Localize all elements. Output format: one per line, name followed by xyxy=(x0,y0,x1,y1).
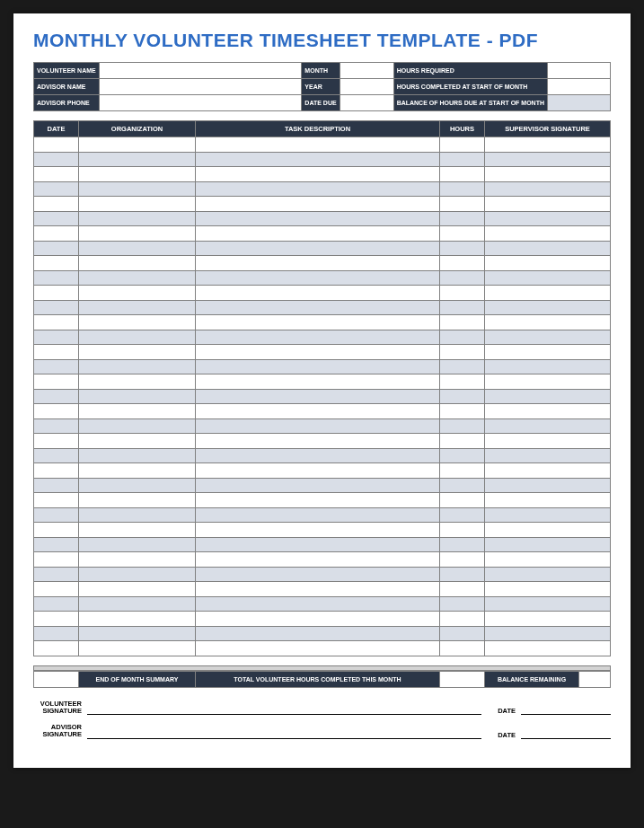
cell-date[interactable] xyxy=(34,389,79,404)
cell-organization[interactable] xyxy=(79,226,196,242)
cell-organization[interactable] xyxy=(79,537,196,552)
cell-signature[interactable] xyxy=(485,315,611,330)
cell-organization[interactable] xyxy=(79,493,196,508)
cell-task[interactable] xyxy=(196,641,440,656)
cell-signature[interactable] xyxy=(485,330,611,345)
cell-date[interactable] xyxy=(34,330,79,345)
cell-hours[interactable] xyxy=(440,552,485,568)
cell-task[interactable] xyxy=(196,181,440,197)
cell-hours[interactable] xyxy=(440,152,485,167)
cell-date[interactable] xyxy=(34,626,79,641)
cell-signature[interactable] xyxy=(485,286,611,301)
cell-task[interactable] xyxy=(196,256,440,271)
cell-organization[interactable] xyxy=(79,256,196,271)
cell-signature[interactable] xyxy=(485,270,611,286)
cell-organization[interactable] xyxy=(79,612,196,627)
cell-signature[interactable] xyxy=(485,463,611,479)
advisor-name-field[interactable] xyxy=(99,79,302,95)
cell-organization[interactable] xyxy=(79,211,196,226)
cell-signature[interactable] xyxy=(485,374,611,390)
balance-due-field[interactable] xyxy=(548,95,611,111)
cell-hours[interactable] xyxy=(440,434,485,449)
volunteer-signature-line[interactable] xyxy=(87,702,481,715)
cell-hours[interactable] xyxy=(440,537,485,552)
cell-date[interactable] xyxy=(34,537,79,552)
cell-task[interactable] xyxy=(196,507,440,523)
cell-hours[interactable] xyxy=(440,448,485,463)
hours-required-field[interactable] xyxy=(548,63,611,79)
cell-organization[interactable] xyxy=(79,137,196,153)
cell-date[interactable] xyxy=(34,582,79,597)
cell-signature[interactable] xyxy=(485,152,611,167)
cell-hours[interactable] xyxy=(440,612,485,627)
cell-signature[interactable] xyxy=(485,567,611,582)
cell-task[interactable] xyxy=(196,152,440,167)
cell-task[interactable] xyxy=(196,434,440,449)
cell-organization[interactable] xyxy=(79,478,196,493)
cell-signature[interactable] xyxy=(485,448,611,463)
cell-signature[interactable] xyxy=(485,434,611,449)
cell-organization[interactable] xyxy=(79,359,196,374)
cell-hours[interactable] xyxy=(440,507,485,523)
cell-task[interactable] xyxy=(196,330,440,345)
cell-signature[interactable] xyxy=(485,300,611,315)
cell-date[interactable] xyxy=(34,226,79,242)
cell-hours[interactable] xyxy=(440,286,485,301)
cell-task[interactable] xyxy=(196,582,440,597)
cell-organization[interactable] xyxy=(79,567,196,582)
volunteer-name-field[interactable] xyxy=(99,63,302,79)
cell-task[interactable] xyxy=(196,270,440,286)
cell-task[interactable] xyxy=(196,448,440,463)
cell-hours[interactable] xyxy=(440,582,485,597)
cell-hours[interactable] xyxy=(440,226,485,242)
cell-hours[interactable] xyxy=(440,359,485,374)
cell-task[interactable] xyxy=(196,315,440,330)
cell-signature[interactable] xyxy=(485,211,611,226)
cell-signature[interactable] xyxy=(485,241,611,256)
cell-signature[interactable] xyxy=(485,478,611,493)
advisor-phone-field[interactable] xyxy=(99,95,302,111)
date-due-field[interactable] xyxy=(340,95,393,111)
cell-organization[interactable] xyxy=(79,507,196,523)
cell-organization[interactable] xyxy=(79,448,196,463)
cell-date[interactable] xyxy=(34,641,79,656)
cell-hours[interactable] xyxy=(440,389,485,404)
cell-task[interactable] xyxy=(196,612,440,627)
cell-task[interactable] xyxy=(196,286,440,301)
cell-date[interactable] xyxy=(34,374,79,390)
cell-signature[interactable] xyxy=(485,137,611,153)
cell-signature[interactable] xyxy=(485,596,611,612)
cell-date[interactable] xyxy=(34,345,79,360)
cell-date[interactable] xyxy=(34,270,79,286)
cell-task[interactable] xyxy=(196,537,440,552)
cell-hours[interactable] xyxy=(440,270,485,286)
month-field[interactable] xyxy=(340,63,393,79)
cell-task[interactable] xyxy=(196,345,440,360)
cell-organization[interactable] xyxy=(79,330,196,345)
cell-signature[interactable] xyxy=(485,552,611,568)
cell-organization[interactable] xyxy=(79,523,196,538)
cell-task[interactable] xyxy=(196,226,440,242)
cell-date[interactable] xyxy=(34,181,79,197)
cell-organization[interactable] xyxy=(79,418,196,434)
cell-organization[interactable] xyxy=(79,270,196,286)
cell-task[interactable] xyxy=(196,567,440,582)
year-field[interactable] xyxy=(340,79,393,95)
cell-date[interactable] xyxy=(34,167,79,182)
cell-task[interactable] xyxy=(196,552,440,568)
cell-signature[interactable] xyxy=(485,582,611,597)
cell-task[interactable] xyxy=(196,418,440,434)
cell-organization[interactable] xyxy=(79,181,196,197)
cell-task[interactable] xyxy=(196,493,440,508)
cell-task[interactable] xyxy=(196,478,440,493)
balance-remaining-field[interactable] xyxy=(579,671,611,687)
cell-task[interactable] xyxy=(196,404,440,419)
cell-organization[interactable] xyxy=(79,197,196,212)
cell-organization[interactable] xyxy=(79,434,196,449)
cell-signature[interactable] xyxy=(485,167,611,182)
cell-date[interactable] xyxy=(34,300,79,315)
cell-organization[interactable] xyxy=(79,167,196,182)
cell-hours[interactable] xyxy=(440,641,485,656)
cell-organization[interactable] xyxy=(79,286,196,301)
cell-date[interactable] xyxy=(34,152,79,167)
